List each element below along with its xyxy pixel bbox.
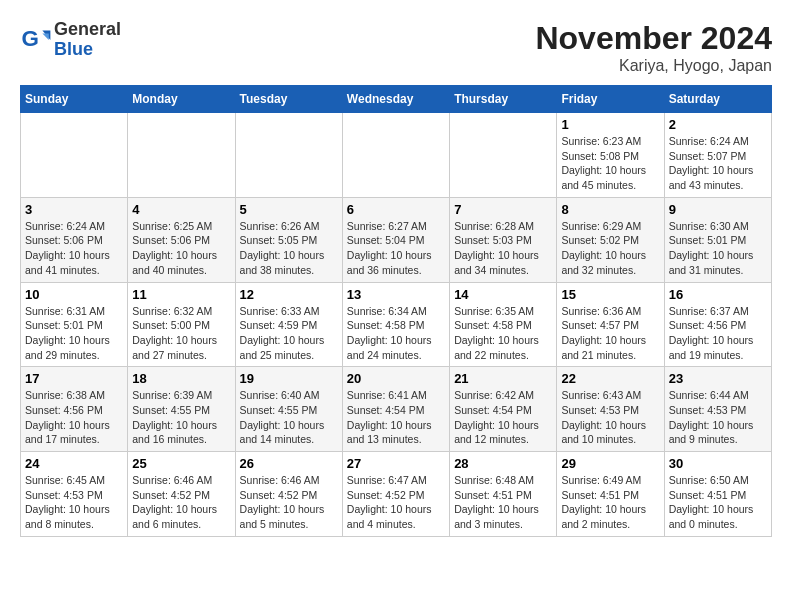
- day-number: 1: [561, 117, 659, 132]
- calendar-cell: 30Sunrise: 6:50 AM Sunset: 4:51 PM Dayli…: [664, 452, 771, 537]
- calendar-cell: 13Sunrise: 6:34 AM Sunset: 4:58 PM Dayli…: [342, 282, 449, 367]
- day-info: Sunrise: 6:23 AM Sunset: 5:08 PM Dayligh…: [561, 134, 659, 193]
- day-info: Sunrise: 6:45 AM Sunset: 4:53 PM Dayligh…: [25, 473, 123, 532]
- weekday-header-saturday: Saturday: [664, 86, 771, 113]
- week-row-1: 1Sunrise: 6:23 AM Sunset: 5:08 PM Daylig…: [21, 113, 772, 198]
- day-info: Sunrise: 6:47 AM Sunset: 4:52 PM Dayligh…: [347, 473, 445, 532]
- day-number: 12: [240, 287, 338, 302]
- logo-icon: G: [20, 24, 52, 56]
- day-info: Sunrise: 6:38 AM Sunset: 4:56 PM Dayligh…: [25, 388, 123, 447]
- calendar-cell: 1Sunrise: 6:23 AM Sunset: 5:08 PM Daylig…: [557, 113, 664, 198]
- weekday-header-friday: Friday: [557, 86, 664, 113]
- day-number: 5: [240, 202, 338, 217]
- day-number: 29: [561, 456, 659, 471]
- day-number: 6: [347, 202, 445, 217]
- day-info: Sunrise: 6:43 AM Sunset: 4:53 PM Dayligh…: [561, 388, 659, 447]
- day-info: Sunrise: 6:34 AM Sunset: 4:58 PM Dayligh…: [347, 304, 445, 363]
- day-number: 27: [347, 456, 445, 471]
- week-row-5: 24Sunrise: 6:45 AM Sunset: 4:53 PM Dayli…: [21, 452, 772, 537]
- day-number: 18: [132, 371, 230, 386]
- svg-marker-2: [42, 33, 48, 39]
- calendar-cell: 26Sunrise: 6:46 AM Sunset: 4:52 PM Dayli…: [235, 452, 342, 537]
- day-number: 17: [25, 371, 123, 386]
- calendar-cell: 14Sunrise: 6:35 AM Sunset: 4:58 PM Dayli…: [450, 282, 557, 367]
- calendar-cell: 8Sunrise: 6:29 AM Sunset: 5:02 PM Daylig…: [557, 197, 664, 282]
- day-number: 10: [25, 287, 123, 302]
- weekday-header-sunday: Sunday: [21, 86, 128, 113]
- day-number: 11: [132, 287, 230, 302]
- day-info: Sunrise: 6:40 AM Sunset: 4:55 PM Dayligh…: [240, 388, 338, 447]
- day-info: Sunrise: 6:35 AM Sunset: 4:58 PM Dayligh…: [454, 304, 552, 363]
- calendar-cell: 5Sunrise: 6:26 AM Sunset: 5:05 PM Daylig…: [235, 197, 342, 282]
- calendar-cell: 21Sunrise: 6:42 AM Sunset: 4:54 PM Dayli…: [450, 367, 557, 452]
- day-info: Sunrise: 6:31 AM Sunset: 5:01 PM Dayligh…: [25, 304, 123, 363]
- weekday-header-wednesday: Wednesday: [342, 86, 449, 113]
- weekday-header-row: SundayMondayTuesdayWednesdayThursdayFrid…: [21, 86, 772, 113]
- calendar-cell: [450, 113, 557, 198]
- day-info: Sunrise: 6:30 AM Sunset: 5:01 PM Dayligh…: [669, 219, 767, 278]
- page-header: G General Blue November 2024 Kariya, Hyo…: [20, 20, 772, 75]
- calendar-cell: 2Sunrise: 6:24 AM Sunset: 5:07 PM Daylig…: [664, 113, 771, 198]
- day-number: 26: [240, 456, 338, 471]
- calendar-cell: 10Sunrise: 6:31 AM Sunset: 5:01 PM Dayli…: [21, 282, 128, 367]
- day-info: Sunrise: 6:42 AM Sunset: 4:54 PM Dayligh…: [454, 388, 552, 447]
- calendar-cell: 11Sunrise: 6:32 AM Sunset: 5:00 PM Dayli…: [128, 282, 235, 367]
- calendar-cell: 28Sunrise: 6:48 AM Sunset: 4:51 PM Dayli…: [450, 452, 557, 537]
- calendar-cell: 20Sunrise: 6:41 AM Sunset: 4:54 PM Dayli…: [342, 367, 449, 452]
- day-number: 24: [25, 456, 123, 471]
- day-number: 22: [561, 371, 659, 386]
- svg-text:G: G: [22, 26, 39, 51]
- day-info: Sunrise: 6:41 AM Sunset: 4:54 PM Dayligh…: [347, 388, 445, 447]
- day-info: Sunrise: 6:37 AM Sunset: 4:56 PM Dayligh…: [669, 304, 767, 363]
- calendar-cell: 9Sunrise: 6:30 AM Sunset: 5:01 PM Daylig…: [664, 197, 771, 282]
- day-number: 4: [132, 202, 230, 217]
- calendar-cell: [235, 113, 342, 198]
- day-info: Sunrise: 6:27 AM Sunset: 5:04 PM Dayligh…: [347, 219, 445, 278]
- calendar-cell: 4Sunrise: 6:25 AM Sunset: 5:06 PM Daylig…: [128, 197, 235, 282]
- logo-line1: General: [54, 20, 121, 40]
- calendar-cell: 29Sunrise: 6:49 AM Sunset: 4:51 PM Dayli…: [557, 452, 664, 537]
- day-info: Sunrise: 6:36 AM Sunset: 4:57 PM Dayligh…: [561, 304, 659, 363]
- day-number: 15: [561, 287, 659, 302]
- day-number: 2: [669, 117, 767, 132]
- day-number: 21: [454, 371, 552, 386]
- calendar-cell: 27Sunrise: 6:47 AM Sunset: 4:52 PM Dayli…: [342, 452, 449, 537]
- weekday-header-tuesday: Tuesday: [235, 86, 342, 113]
- day-number: 8: [561, 202, 659, 217]
- day-number: 3: [25, 202, 123, 217]
- day-info: Sunrise: 6:29 AM Sunset: 5:02 PM Dayligh…: [561, 219, 659, 278]
- calendar-cell: 17Sunrise: 6:38 AM Sunset: 4:56 PM Dayli…: [21, 367, 128, 452]
- day-number: 14: [454, 287, 552, 302]
- day-info: Sunrise: 6:48 AM Sunset: 4:51 PM Dayligh…: [454, 473, 552, 532]
- logo-line2: Blue: [54, 40, 121, 60]
- calendar-cell: 6Sunrise: 6:27 AM Sunset: 5:04 PM Daylig…: [342, 197, 449, 282]
- day-number: 9: [669, 202, 767, 217]
- day-number: 28: [454, 456, 552, 471]
- calendar-cell: [128, 113, 235, 198]
- calendar-cell: 24Sunrise: 6:45 AM Sunset: 4:53 PM Dayli…: [21, 452, 128, 537]
- calendar-table: SundayMondayTuesdayWednesdayThursdayFrid…: [20, 85, 772, 537]
- calendar-subtitle: Kariya, Hyogo, Japan: [535, 57, 772, 75]
- calendar-cell: 19Sunrise: 6:40 AM Sunset: 4:55 PM Dayli…: [235, 367, 342, 452]
- day-number: 30: [669, 456, 767, 471]
- weekday-header-monday: Monday: [128, 86, 235, 113]
- calendar-cell: 25Sunrise: 6:46 AM Sunset: 4:52 PM Dayli…: [128, 452, 235, 537]
- calendar-cell: 22Sunrise: 6:43 AM Sunset: 4:53 PM Dayli…: [557, 367, 664, 452]
- calendar-cell: 16Sunrise: 6:37 AM Sunset: 4:56 PM Dayli…: [664, 282, 771, 367]
- day-info: Sunrise: 6:24 AM Sunset: 5:07 PM Dayligh…: [669, 134, 767, 193]
- week-row-3: 10Sunrise: 6:31 AM Sunset: 5:01 PM Dayli…: [21, 282, 772, 367]
- day-number: 16: [669, 287, 767, 302]
- day-info: Sunrise: 6:46 AM Sunset: 4:52 PM Dayligh…: [240, 473, 338, 532]
- day-info: Sunrise: 6:33 AM Sunset: 4:59 PM Dayligh…: [240, 304, 338, 363]
- day-info: Sunrise: 6:49 AM Sunset: 4:51 PM Dayligh…: [561, 473, 659, 532]
- day-info: Sunrise: 6:39 AM Sunset: 4:55 PM Dayligh…: [132, 388, 230, 447]
- day-info: Sunrise: 6:46 AM Sunset: 4:52 PM Dayligh…: [132, 473, 230, 532]
- day-number: 25: [132, 456, 230, 471]
- calendar-cell: 18Sunrise: 6:39 AM Sunset: 4:55 PM Dayli…: [128, 367, 235, 452]
- day-info: Sunrise: 6:26 AM Sunset: 5:05 PM Dayligh…: [240, 219, 338, 278]
- calendar-cell: 15Sunrise: 6:36 AM Sunset: 4:57 PM Dayli…: [557, 282, 664, 367]
- week-row-4: 17Sunrise: 6:38 AM Sunset: 4:56 PM Dayli…: [21, 367, 772, 452]
- calendar-cell: [342, 113, 449, 198]
- calendar-cell: [21, 113, 128, 198]
- day-number: 20: [347, 371, 445, 386]
